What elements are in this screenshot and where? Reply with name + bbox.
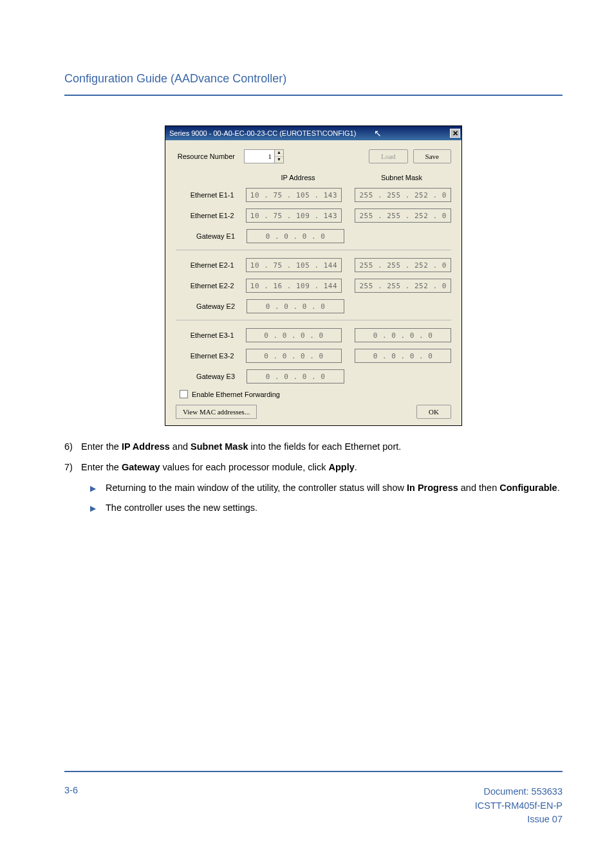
eth-e3-1-mask[interactable]: 0 . 0 . 0 . 0: [355, 328, 451, 342]
dialog-title: Series 9000 - 00-A0-EC-00-23-CC (EUROTES…: [169, 129, 356, 137]
gateway-e1-label: Gateway E1: [176, 232, 244, 240]
eth-e1-2-mask[interactable]: 255 . 255 . 252 . 0: [355, 208, 451, 223]
load-button[interactable]: Load: [369, 149, 408, 163]
instruction-text: 6) Enter the IP Address and Subnet Mask …: [64, 440, 563, 515]
save-button[interactable]: Save: [413, 149, 451, 163]
bullet-icon: ▶: [90, 501, 106, 515]
divider: [176, 320, 451, 320]
eth-e2-2-label: Ethernet E2-2: [176, 282, 243, 290]
eth-e2-2-ip[interactable]: 10 . 16 . 109 . 144: [246, 279, 342, 293]
close-icon[interactable]: ✕: [450, 129, 460, 138]
gateway-e3-ip[interactable]: 0 . 0 . 0 . 0: [247, 369, 344, 383]
view-mac-addresses-button[interactable]: View MAC addresses...: [176, 405, 257, 419]
eth-e3-2-label: Ethernet E3-2: [176, 352, 243, 360]
step-7-num: 7): [64, 461, 81, 475]
eth-e2-1-label: Ethernet E2-1: [176, 261, 243, 269]
eth-e2-1-ip[interactable]: 10 . 75 . 105 . 144: [246, 258, 342, 272]
col-subnet-mask: Subnet Mask: [352, 174, 451, 181]
cursor-icon: ↖: [374, 128, 382, 138]
title-rule: [64, 95, 563, 96]
eth-e1-2-label: Ethernet E1-2: [176, 212, 243, 219]
eth-e3-1-label: Ethernet E3-1: [176, 331, 243, 339]
gateway-e2-ip[interactable]: 0 . 0 . 0 . 0: [247, 299, 344, 313]
gateway-e3-label: Gateway E3: [176, 373, 244, 380]
bullet-icon: ▶: [90, 481, 106, 495]
dialog-titlebar: Series 9000 - 00-A0-EC-00-23-CC (EUROTES…: [165, 126, 461, 140]
step-6-num: 6): [64, 440, 81, 454]
spin-down-icon[interactable]: ▼: [275, 157, 283, 163]
config-dialog: Series 9000 - 00-A0-EC-00-23-CC (EUROTES…: [165, 125, 462, 426]
page-footer: 3-6 Document: 553633 ICSTT-RM405f-EN-P I…: [64, 771, 563, 827]
divider: [176, 250, 451, 250]
ok-button[interactable]: OK: [416, 405, 451, 419]
eth-e1-1-mask[interactable]: 255 . 255 . 252 . 0: [355, 188, 451, 202]
eth-e1-2-ip[interactable]: 10 . 75 . 109 . 143: [246, 208, 342, 223]
page-number: 3-6: [64, 785, 78, 827]
eth-e2-2-mask[interactable]: 255 . 255 . 252 . 0: [355, 279, 451, 293]
spin-up-icon[interactable]: ▲: [275, 150, 283, 157]
doc-issue: Issue 07: [475, 813, 563, 827]
footer-rule: [64, 771, 563, 772]
col-ip-address: IP Address: [244, 174, 352, 181]
eth-e3-1-ip[interactable]: 0 . 0 . 0 . 0: [246, 328, 342, 342]
enable-ethernet-forwarding-checkbox[interactable]: [180, 390, 188, 398]
eth-e1-1-label: Ethernet E1-1: [176, 191, 243, 199]
resource-number-stepper[interactable]: ▲ ▼: [244, 149, 284, 163]
eth-e2-1-mask[interactable]: 255 . 255 . 252 . 0: [355, 258, 451, 272]
eth-e3-2-mask[interactable]: 0 . 0 . 0 . 0: [355, 349, 451, 363]
gateway-e2-label: Gateway E2: [176, 302, 244, 310]
resource-number-label: Resource Number: [176, 152, 244, 160]
doc-number: Document: 553633: [475, 785, 563, 799]
gateway-e1-ip[interactable]: 0 . 0 . 0 . 0: [247, 229, 344, 243]
eth-e1-1-ip[interactable]: 10 . 75 . 105 . 143: [246, 188, 342, 202]
page-title: Configuration Guide (AADvance Controller…: [64, 72, 563, 86]
eth-e3-2-ip[interactable]: 0 . 0 . 0 . 0: [246, 349, 342, 363]
resource-number-input[interactable]: [244, 149, 275, 163]
doc-code: ICSTT-RM405f-EN-P: [475, 799, 563, 813]
enable-ethernet-forwarding-label: Enable Ethernet Forwarding: [192, 391, 280, 398]
